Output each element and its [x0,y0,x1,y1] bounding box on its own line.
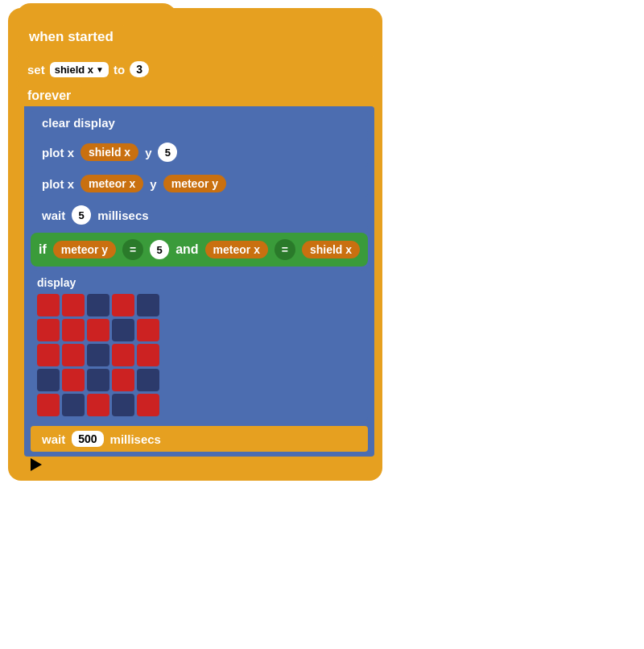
display-cell[interactable] [137,294,159,316]
wait2-block: wait 500 millisecs [31,426,368,452]
display-cell[interactable] [112,394,134,416]
eq1-circle: = [122,239,143,260]
eq2-circle: = [275,239,295,260]
wait2-unit: millisecs [110,432,161,446]
shield-x-dropdown-label: shield x [55,64,93,76]
display-cell[interactable] [37,294,60,316]
meteor-x-cond-pill: meteor x [205,241,268,258]
display-cell[interactable] [87,369,109,391]
display-cell[interactable] [112,319,134,341]
display-cell[interactable] [37,319,60,341]
display-block: display [31,270,368,423]
display-cell[interactable] [37,369,60,391]
display-cell[interactable] [62,344,85,366]
clear-display-block: clear display [31,111,368,134]
display-cell[interactable] [87,344,109,366]
shield-x-pill: shield x [80,143,138,161]
set-value: 3 [130,61,149,77]
meteor-x-pill: meteor x [80,175,143,192]
wait2-value: 500 [72,431,103,447]
shield-x-dropdown[interactable]: shield x ▼ [50,62,109,77]
wait2-label: wait [42,432,65,446]
wait1-label: wait [42,209,65,222]
set-block: set shield x ▼ to 3 [16,56,374,82]
display-cell[interactable] [62,394,85,416]
shield-x-cond-pill: shield x [302,241,360,258]
wait1-value: 5 [72,205,91,225]
plot-y1-label: y [145,146,151,159]
scratch-container: when started set shield x ▼ to 3 forever [8,8,382,481]
display-cell[interactable] [87,394,109,416]
display-cell[interactable] [87,319,109,341]
if-block: if meteor y = 5 and meteor x [31,233,368,267]
plot-y2-label: y [150,177,156,191]
wait1-block: wait 5 millisecs [31,200,368,229]
display-cell[interactable] [37,344,60,366]
display-cell[interactable] [137,344,159,366]
set-to-label: to [114,63,125,76]
display-cell[interactable] [37,394,60,416]
display-cell[interactable] [62,319,85,341]
display-grid [37,294,361,416]
display-title: display [37,276,361,289]
forever-inner: clear display plot x shield x y 5 plot x [24,106,374,457]
main-frame: when started set shield x ▼ to 3 forever [8,8,382,481]
meteor-y-cond-pill: meteor y [53,241,116,258]
when-started-label: when started [29,29,114,45]
display-cell[interactable] [87,294,109,316]
display-cell[interactable] [137,369,159,391]
display-cell[interactable] [112,344,134,366]
set-label: set [27,63,45,76]
dropdown-arrow-icon: ▼ [96,65,104,74]
display-cell[interactable] [137,394,159,416]
display-cell[interactable] [137,319,159,341]
display-cell[interactable] [62,294,85,316]
forever-block: forever clear display plot x shield x y … [16,85,374,457]
display-cell[interactable] [112,369,134,391]
forever-label: forever [16,85,82,106]
if-label: if [39,242,47,257]
display-cell[interactable] [112,294,134,316]
display-cell[interactable] [62,369,85,391]
plot-x1-label: plot x [42,146,74,159]
eq1-value: 5 [150,240,169,259]
and-label: and [175,242,198,257]
when-started-block: when started [16,23,126,52]
plot-x2-label: plot x [42,177,74,191]
plot-meteor-block: plot x meteor x y meteor y [31,170,368,197]
clear-display-label: clear display [42,116,115,130]
plot-shield-block: plot x shield x y 5 [31,138,368,167]
plot-y1-value: 5 [158,143,177,162]
wait1-unit: millisecs [97,209,148,222]
meteor-y-pill: meteor y [163,175,226,192]
